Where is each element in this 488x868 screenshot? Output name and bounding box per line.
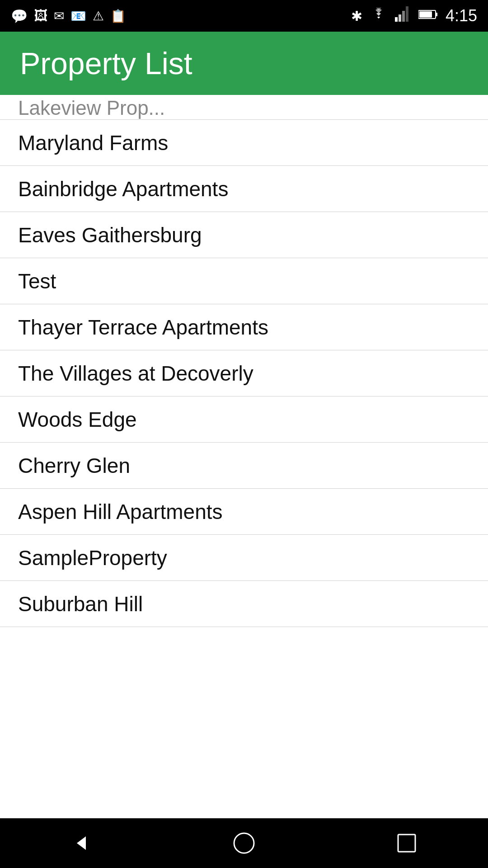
app-bar: Property List <box>0 32 488 95</box>
list-item-text: Suburban Hill <box>18 592 143 616</box>
list-item[interactable]: Suburban Hill <box>0 581 488 627</box>
svg-rect-0 <box>395 17 398 22</box>
image-icon: 🖼 <box>34 8 47 24</box>
svg-rect-6 <box>419 11 432 18</box>
status-time: 4:15 <box>446 6 477 25</box>
list-item[interactable]: The Villages at Decoverly <box>0 350 488 396</box>
list-item[interactable]: Maryland Farms <box>0 120 488 166</box>
list-item[interactable]: Eaves Gaithersburg <box>0 212 488 258</box>
status-bar-left: 💬 🖼 ✉ 📧 ⚠ 📋 <box>11 8 126 24</box>
list-item-text: Test <box>18 269 56 293</box>
list-item-text: Lakeview Prop... <box>18 97 165 119</box>
list-item[interactable]: Thayer Terrace Apartments <box>0 304 488 350</box>
svg-rect-1 <box>399 14 401 22</box>
list-item-text: Cherry Glen <box>18 453 130 478</box>
status-bar-right: ✱ 4:15 <box>351 6 477 26</box>
warning-icon: ⚠ <box>93 9 104 24</box>
list-item-text: The Villages at Decoverly <box>18 361 253 386</box>
list-item-text: Eaves Gaithersburg <box>18 223 202 247</box>
svg-marker-7 <box>77 836 86 850</box>
bubble-icon: 💬 <box>11 8 28 24</box>
list-item[interactable]: Test <box>0 258 488 304</box>
list-item[interactable]: Woods Edge <box>0 396 488 443</box>
recents-button[interactable] <box>389 825 425 861</box>
back-button[interactable] <box>63 825 99 861</box>
list-item-text: Maryland Farms <box>18 131 168 155</box>
svg-point-8 <box>234 833 254 853</box>
svg-rect-2 <box>402 11 405 22</box>
property-list: Lakeview Prop... Maryland Farms Bainbrid… <box>0 95 488 818</box>
list-item-text: SampleProperty <box>18 546 167 570</box>
app-bar-title: Property List <box>20 46 192 81</box>
home-button[interactable] <box>226 825 262 861</box>
list-item[interactable]: SampleProperty <box>0 535 488 581</box>
clipboard-icon: 📋 <box>110 9 126 24</box>
mail2-icon: 📧 <box>70 9 86 24</box>
status-bar: 💬 🖼 ✉ 📧 ⚠ 📋 ✱ <box>0 0 488 32</box>
mail-icon: ✉ <box>54 9 64 24</box>
battery-icon <box>418 9 438 23</box>
list-item-partial[interactable]: Lakeview Prop... <box>0 95 488 120</box>
list-item[interactable]: Bainbridge Apartments <box>0 166 488 212</box>
signal-icon <box>395 6 411 26</box>
list-item[interactable]: Aspen Hill Apartments <box>0 489 488 535</box>
list-item-text: Woods Edge <box>18 407 137 432</box>
wifi-icon <box>370 8 388 24</box>
svg-rect-9 <box>398 835 415 852</box>
svg-rect-3 <box>406 6 408 22</box>
list-item[interactable]: Cherry Glen <box>0 443 488 489</box>
list-item-text: Bainbridge Apartments <box>18 177 228 201</box>
list-item-text: Aspen Hill Apartments <box>18 500 223 524</box>
bluetooth-icon: ✱ <box>351 8 362 24</box>
list-item-text: Thayer Terrace Apartments <box>18 315 268 340</box>
nav-bar <box>0 818 488 868</box>
svg-rect-5 <box>436 13 437 16</box>
